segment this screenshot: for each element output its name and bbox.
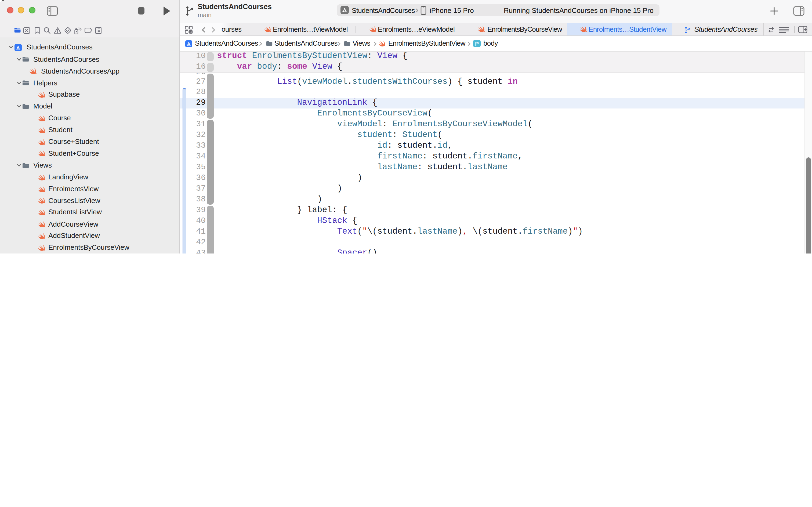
svg-text:P: P: [475, 41, 478, 47]
